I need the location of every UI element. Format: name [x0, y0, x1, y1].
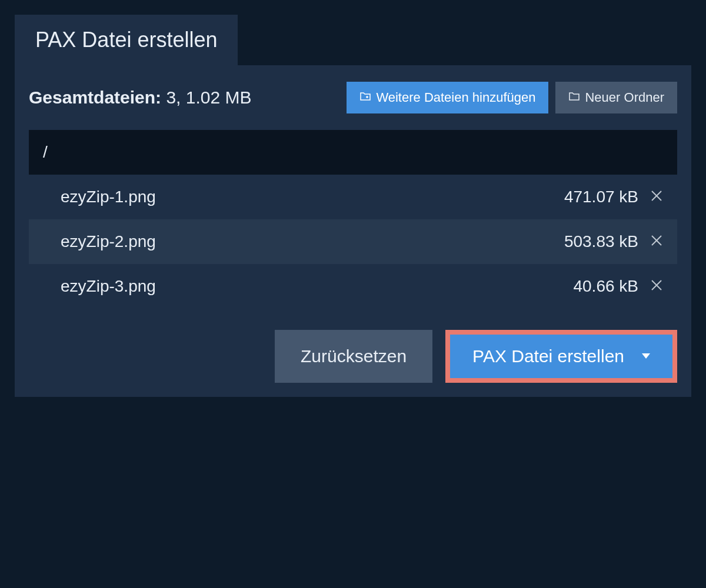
caret-down-icon	[642, 351, 650, 362]
new-folder-label: Neuer Ordner	[585, 90, 664, 105]
file-name: ezyZip-3.png	[61, 277, 573, 296]
close-icon[interactable]	[650, 277, 663, 296]
file-row-right: 471.07 kB	[564, 188, 663, 206]
file-row: ezyZip-2.png 503.83 kB	[29, 219, 677, 264]
total-files-value: 3, 1.02 MB	[166, 88, 251, 107]
svg-marker-8	[642, 353, 650, 359]
main-panel: Gesamtdateien: 3, 1.02 MB Weitere Dateie…	[15, 65, 691, 397]
create-label: PAX Datei erstellen	[472, 346, 624, 366]
create-pax-button[interactable]: PAX Datei erstellen	[450, 335, 672, 378]
header-buttons: Weitere Dateien hinzufügen Neuer Ordner	[347, 82, 677, 113]
file-row: ezyZip-1.png 471.07 kB	[29, 175, 677, 219]
folder-plus-icon	[359, 90, 371, 105]
file-size: 503.83 kB	[564, 232, 638, 251]
header-row: Gesamtdateien: 3, 1.02 MB Weitere Dateie…	[29, 82, 677, 113]
add-files-label: Weitere Dateien hinzufügen	[376, 90, 535, 105]
file-name: ezyZip-1.png	[61, 188, 564, 206]
file-row-right: 503.83 kB	[564, 232, 663, 251]
close-icon[interactable]	[650, 188, 663, 206]
path-text: /	[43, 143, 48, 161]
path-row[interactable]: /	[29, 130, 677, 175]
total-files-text: Gesamtdateien: 3, 1.02 MB	[29, 88, 252, 108]
reset-button[interactable]: Zurücksetzen	[275, 330, 432, 383]
total-files-label: Gesamtdateien:	[29, 88, 161, 107]
file-name: ezyZip-2.png	[61, 232, 564, 251]
file-row: ezyZip-3.png 40.66 kB	[29, 264, 677, 309]
tab-create-pax[interactable]: PAX Datei erstellen	[15, 15, 238, 65]
footer-row: Zurücksetzen PAX Datei erstellen	[29, 330, 677, 383]
folder-icon	[568, 90, 580, 105]
add-files-button[interactable]: Weitere Dateien hinzufügen	[347, 82, 548, 113]
file-row-right: 40.66 kB	[573, 277, 663, 296]
new-folder-button[interactable]: Neuer Ordner	[555, 82, 677, 113]
reset-label: Zurücksetzen	[301, 346, 407, 366]
tab-label: PAX Datei erstellen	[35, 28, 217, 52]
close-icon[interactable]	[650, 232, 663, 251]
file-size: 40.66 kB	[573, 277, 638, 296]
file-list: / ezyZip-1.png 471.07 kB ezyZip-2.png 50…	[29, 130, 677, 309]
file-size: 471.07 kB	[564, 188, 638, 206]
create-button-highlight: PAX Datei erstellen	[445, 330, 677, 383]
